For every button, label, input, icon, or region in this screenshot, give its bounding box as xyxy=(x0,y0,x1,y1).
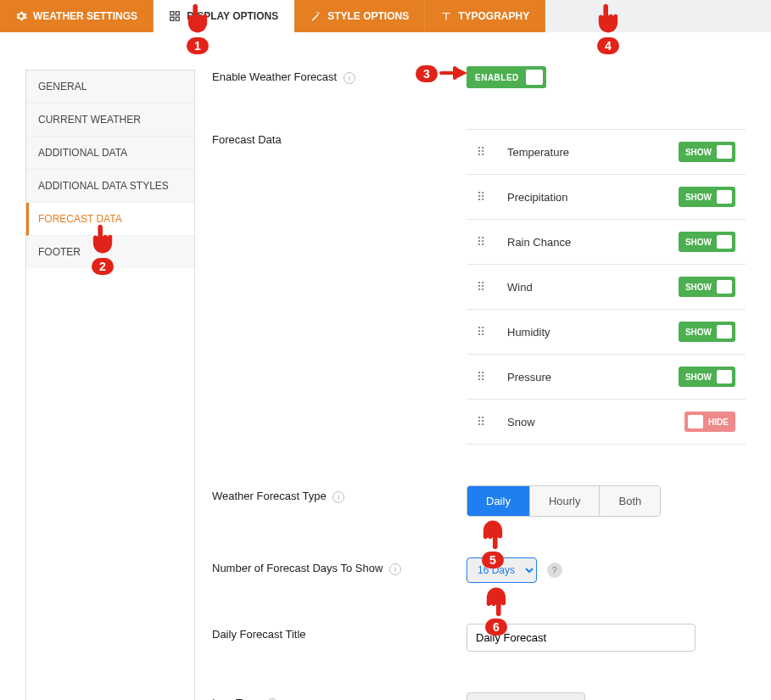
days-label: Number of Forecast Days To Show xyxy=(212,562,383,574)
daily-title-label: Daily Forecast Title xyxy=(212,628,306,641)
svg-rect-0 xyxy=(170,12,174,15)
data-row-precipitation: ⠿PrecipitationSHOW xyxy=(467,175,746,220)
data-item-label: Precipitation xyxy=(497,191,679,204)
data-row-humidity: ⠿HumiditySHOW xyxy=(467,310,746,355)
sidebar-item-general[interactable]: GENERAL xyxy=(26,70,194,104)
data-row-temperature: ⠿TemperatureSHOW xyxy=(467,130,746,175)
days-select[interactable]: 16 Days xyxy=(467,557,537,583)
help-icon: ? xyxy=(547,563,562,578)
drag-handle-icon[interactable]: ⠿ xyxy=(477,145,497,159)
sidebar-item-footer[interactable]: FOOTER xyxy=(26,236,194,268)
icon-type-select[interactable]: Animated xyxy=(467,692,585,700)
toggle-label: ENABLED xyxy=(475,73,519,82)
svg-rect-2 xyxy=(170,17,174,20)
grid-icon xyxy=(169,10,181,22)
toggle-snow[interactable]: HIDE xyxy=(684,412,735,432)
wand-icon xyxy=(310,10,321,22)
sidebar-item-additional-data[interactable]: ADDITIONAL DATA xyxy=(26,137,194,170)
pointer-1-badge: 1 xyxy=(187,37,209,54)
forecast-type-label: Weather Forecast Type xyxy=(212,490,327,502)
tab-weather-settings[interactable]: WEATHER SETTINGS xyxy=(0,0,154,32)
drag-handle-icon[interactable]: ⠿ xyxy=(477,325,497,339)
toggle-pressure[interactable]: SHOW xyxy=(679,367,735,387)
toggle-temperature[interactable]: SHOW xyxy=(679,142,735,162)
daily-title-input[interactable] xyxy=(467,624,696,652)
sidebar-item-forecast-data[interactable]: FORECAST DATA xyxy=(26,203,194,236)
icon-type-label: Icon Type xyxy=(212,697,260,700)
drag-handle-icon[interactable]: ⠿ xyxy=(477,280,497,294)
forecast-type-both[interactable]: Both xyxy=(600,486,660,516)
forecast-type-daily[interactable]: Daily xyxy=(467,486,530,516)
drag-handle-icon[interactable]: ⠿ xyxy=(477,415,497,428)
tab-typography[interactable]: TYPOGRAPHY xyxy=(425,0,545,32)
info-icon: i xyxy=(332,491,344,503)
sidebar-item-additional-data-styles[interactable]: ADDITIONAL DATA STYLES xyxy=(26,170,194,203)
gear-icon xyxy=(15,10,27,22)
forecast-data-list: ⠿TemperatureSHOW⠿PrecipitationSHOW⠿Rain … xyxy=(467,129,746,445)
toggle-rain-chance[interactable]: SHOW xyxy=(679,232,735,252)
enable-forecast-label: Enable Weather Forecast xyxy=(212,70,337,83)
top-tabs: WEATHER SETTINGSDISPLAY OPTIONSSTYLE OPT… xyxy=(0,0,771,32)
content-panel: 1 4 Enable Weather Forecast i 3 ENABLED xyxy=(195,32,771,700)
data-item-label: Snow xyxy=(497,416,684,428)
toggle-precipitation[interactable]: SHOW xyxy=(679,187,735,207)
data-row-pressure: ⠿PressureSHOW xyxy=(467,355,746,400)
enable-forecast-toggle[interactable]: ENABLED xyxy=(467,66,546,88)
drag-handle-icon[interactable]: ⠿ xyxy=(477,235,497,249)
type-icon xyxy=(440,10,452,22)
data-item-label: Temperature xyxy=(497,146,679,159)
tab-display-options[interactable]: DISPLAY OPTIONS xyxy=(154,0,294,32)
tab-label: TYPOGRAPHY xyxy=(458,10,529,22)
data-item-label: Rain Chance xyxy=(497,236,679,249)
data-row-wind: ⠿WindSHOW xyxy=(467,265,746,310)
forecast-type-hourly[interactable]: Hourly xyxy=(530,486,601,516)
data-item-label: Pressure xyxy=(497,371,679,384)
sidebar: GENERALCURRENT WEATHERADDITIONAL DATAADD… xyxy=(25,70,195,700)
sidebar-item-current-weather[interactable]: CURRENT WEATHER xyxy=(26,104,194,137)
drag-handle-icon[interactable]: ⠿ xyxy=(477,190,497,204)
tab-label: WEATHER SETTINGS xyxy=(33,10,137,22)
tab-label: STYLE OPTIONS xyxy=(327,10,409,22)
forecast-data-label: Forecast Data xyxy=(212,133,282,146)
toggle-humidity[interactable]: SHOW xyxy=(679,322,735,342)
data-row-rain-chance: ⠿Rain ChanceSHOW xyxy=(467,220,746,265)
svg-rect-1 xyxy=(176,12,179,15)
pointer-4-badge: 4 xyxy=(597,37,619,54)
tab-style-options[interactable]: STYLE OPTIONS xyxy=(294,0,425,32)
svg-rect-3 xyxy=(176,17,179,20)
data-item-label: Humidity xyxy=(497,326,679,339)
tab-label: DISPLAY OPTIONS xyxy=(187,10,278,22)
data-item-label: Wind xyxy=(497,281,679,294)
info-icon: i xyxy=(344,72,355,84)
data-row-snow: ⠿SnowHIDE xyxy=(467,400,746,445)
info-icon: i xyxy=(389,563,401,575)
forecast-type-group: DailyHourlyBoth xyxy=(467,485,661,517)
drag-handle-icon[interactable]: ⠿ xyxy=(477,370,497,384)
toggle-wind[interactable]: SHOW xyxy=(679,277,735,297)
